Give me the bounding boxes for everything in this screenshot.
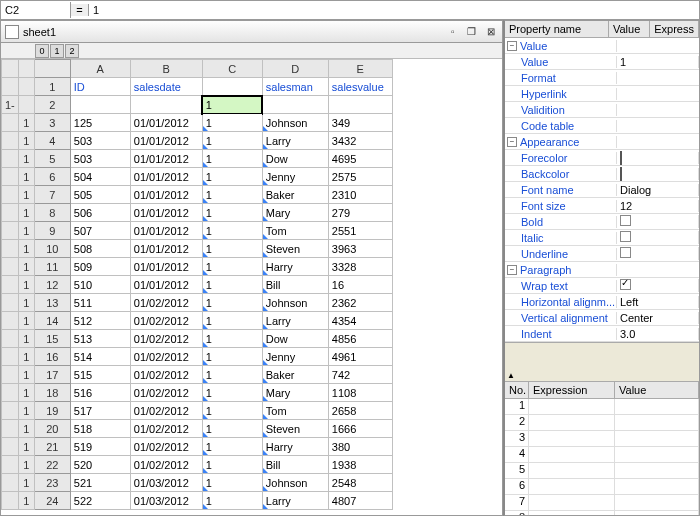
outline-toggle[interactable] [2,348,19,366]
expr-value-cell[interactable] [615,431,699,446]
cell[interactable]: ID [70,78,130,96]
outline-toggle[interactable] [2,438,19,456]
cell[interactable]: 505 [70,186,130,204]
cell[interactable]: 1 [202,312,262,330]
minimize-icon[interactable]: ▫ [446,25,460,39]
color-swatch[interactable] [620,151,622,165]
cell[interactable]: 507 [70,222,130,240]
collapse-icon[interactable]: − [507,265,517,275]
row-header[interactable]: 7 [34,186,70,204]
cell[interactable]: 2310 [328,186,392,204]
expr-value-cell[interactable] [615,463,699,478]
expr-cell[interactable] [529,399,615,414]
outline-toggle[interactable] [2,366,19,384]
cell[interactable]: Dow [262,330,328,348]
cell[interactable]: 01/01/2012 [130,258,202,276]
cell[interactable]: 503 [70,132,130,150]
cell[interactable]: 3963 [328,240,392,258]
row-header[interactable]: 21 [34,438,70,456]
cell[interactable]: 521 [70,474,130,492]
cell[interactable]: 1 [202,366,262,384]
cell[interactable]: 1 [202,168,262,186]
cell[interactable]: 349 [328,114,392,132]
cell[interactable]: 1 [202,186,262,204]
cell[interactable]: 01/01/2012 [130,240,202,258]
cell[interactable]: 1 [202,114,262,132]
expr-cell[interactable] [529,447,615,462]
cell[interactable]: 511 [70,294,130,312]
cell[interactable]: 2362 [328,294,392,312]
expr-cell[interactable] [529,431,615,446]
cell[interactable]: 01/02/2012 [130,348,202,366]
cell[interactable]: 1 [202,240,262,258]
cell[interactable]: salesvalue [328,78,392,96]
cell[interactable]: salesdate [130,78,202,96]
prop-value[interactable]: Center [620,312,653,324]
cell[interactable]: 506 [70,204,130,222]
column-header-D[interactable]: D [262,60,328,78]
row-header[interactable]: 3 [34,114,70,132]
cell[interactable]: 01/01/2012 [130,186,202,204]
cell[interactable]: salesman [262,78,328,96]
cell[interactable]: 3328 [328,258,392,276]
column-header-B[interactable]: B [130,60,202,78]
prop-group[interactable]: −Paragraph [505,264,617,276]
prop-value[interactable]: 3.0 [620,328,635,340]
row-header[interactable]: 10 [34,240,70,258]
row-header[interactable]: 2 [34,96,70,114]
cell[interactable]: 01/02/2012 [130,330,202,348]
cell[interactable]: Johnson [262,294,328,312]
cell[interactable]: 510 [70,276,130,294]
cell[interactable] [328,96,392,114]
cell[interactable]: 522 [70,492,130,510]
cell[interactable]: 1 [202,150,262,168]
cell[interactable]: 518 [70,420,130,438]
expr-cell[interactable] [529,415,615,430]
outline-level-1[interactable]: 1 [50,44,64,58]
cell[interactable]: 3432 [328,132,392,150]
formula-input[interactable]: 1 [89,2,699,18]
cell[interactable] [262,96,328,114]
cell[interactable]: 503 [70,150,130,168]
cell[interactable]: 520 [70,456,130,474]
cell[interactable]: 01/02/2012 [130,366,202,384]
cell[interactable]: Baker [262,366,328,384]
close-sheet-icon[interactable]: ⊠ [484,25,498,39]
cell[interactable]: 01/01/2012 [130,168,202,186]
row-header[interactable]: 12 [34,276,70,294]
row-header[interactable]: 11 [34,258,70,276]
cell[interactable]: 508 [70,240,130,258]
expr-value-cell[interactable] [615,495,699,510]
cell[interactable]: 4856 [328,330,392,348]
cell[interactable]: 01/02/2012 [130,312,202,330]
checkbox[interactable] [620,247,631,258]
outline-toggle[interactable] [2,222,19,240]
cell[interactable]: 512 [70,312,130,330]
outline-toggle[interactable] [2,420,19,438]
outline-toggle[interactable] [2,456,19,474]
cell[interactable]: 513 [70,330,130,348]
outline-toggle[interactable] [2,258,19,276]
cell[interactable]: 1 [202,258,262,276]
row-header[interactable]: 16 [34,348,70,366]
cell[interactable]: 125 [70,114,130,132]
cell[interactable]: 4961 [328,348,392,366]
column-header-C[interactable]: C [202,60,262,78]
cell[interactable]: Bill [262,276,328,294]
cell[interactable]: Mary [262,384,328,402]
cell[interactable]: 2658 [328,402,392,420]
cell[interactable]: 514 [70,348,130,366]
prop-value[interactable]: Left [620,296,638,308]
cell[interactable]: Dow [262,150,328,168]
expr-value-cell[interactable] [615,479,699,494]
cell[interactable]: 1 [202,474,262,492]
cell[interactable]: 4354 [328,312,392,330]
cell[interactable]: Steven [262,240,328,258]
cell[interactable]: 16 [328,276,392,294]
cell[interactable]: 517 [70,402,130,420]
prop-value[interactable]: 12 [620,200,632,212]
cell[interactable]: Johnson [262,474,328,492]
outline-toggle[interactable] [2,168,19,186]
cell[interactable]: 515 [70,366,130,384]
cell[interactable]: 1666 [328,420,392,438]
